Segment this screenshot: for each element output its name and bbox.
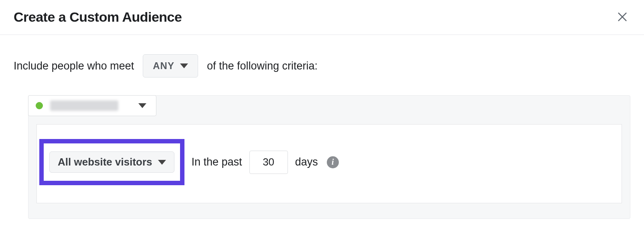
close-icon [616, 10, 629, 23]
caret-down-icon [180, 63, 188, 68]
visitor-type-dropdown[interactable]: All website visitors [49, 151, 174, 173]
pixel-source-name-redacted [50, 100, 118, 111]
visitor-type-value: All website visitors [58, 156, 152, 168]
criteria-suffix: of the following criteria: [207, 60, 318, 72]
match-mode-dropdown[interactable]: ANY [143, 54, 198, 78]
visitor-type-highlight: All website visitors [39, 139, 184, 185]
days-label: days [295, 156, 318, 168]
pixel-source-dropdown[interactable] [28, 95, 156, 116]
caret-down-icon [138, 103, 146, 108]
rule-row: All website visitors In the past days i [36, 124, 622, 203]
days-input[interactable] [249, 151, 288, 174]
criteria-prefix: Include people who meet [14, 60, 134, 72]
dialog-body: Include people who meet ANY of the follo… [0, 35, 644, 231]
status-dot-icon [36, 102, 43, 109]
dialog-header: Create a Custom Audience [0, 0, 644, 35]
close-button[interactable] [614, 9, 630, 25]
info-icon[interactable]: i [327, 156, 339, 168]
dialog-title: Create a Custom Audience [14, 9, 182, 25]
pixel-source-row [28, 96, 630, 116]
caret-down-icon [158, 160, 166, 165]
match-mode-value: ANY [153, 60, 174, 72]
in-past-label: In the past [192, 156, 242, 168]
rule-group: All website visitors In the past days i [28, 95, 630, 219]
criteria-sentence: Include people who meet ANY of the follo… [14, 54, 630, 78]
